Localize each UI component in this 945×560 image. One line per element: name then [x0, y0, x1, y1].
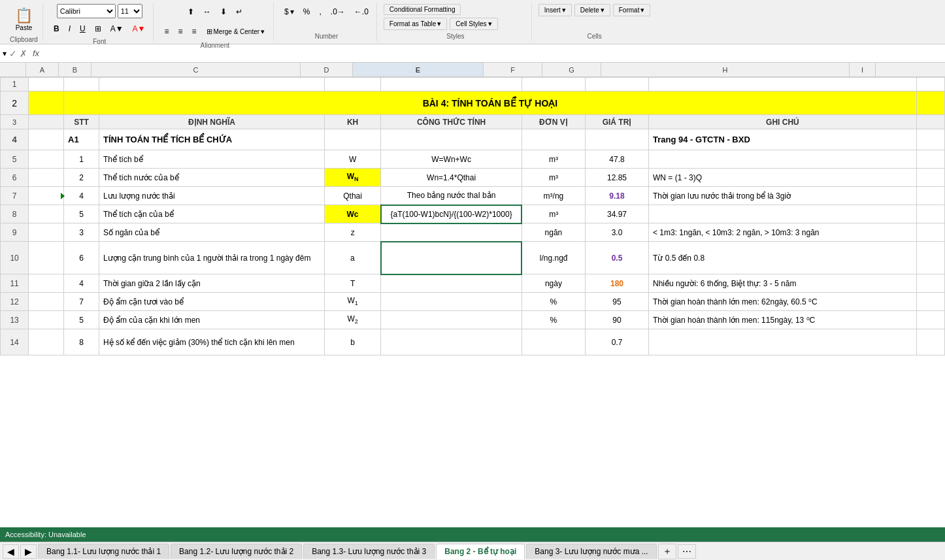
cell-8A[interactable]: [29, 205, 64, 223]
sheet-tab-3[interactable]: Bang 1.3- Lưu lượng nước thải 3: [303, 544, 435, 559]
sheet-tab-1[interactable]: Bang 1.1- Lưu lượng nước thải 1: [38, 544, 169, 559]
dollar-button[interactable]: $▾: [280, 4, 298, 20]
cell-1F[interactable]: [522, 78, 585, 91]
cell-congThuc-5-active[interactable]: {aT(100-W1)bcN}/{(100-W2)*1000}: [381, 205, 522, 223]
cell-1I[interactable]: [916, 78, 944, 91]
italic-button[interactable]: I: [65, 21, 75, 37]
tab-scroll-right[interactable]: ▶: [20, 544, 37, 559]
increase-decimal-button[interactable]: .0→: [327, 4, 349, 20]
font-color-button[interactable]: A▼: [129, 21, 150, 37]
cell-congThuc-6-active[interactable]: [381, 242, 522, 274]
cell-congThuc-5b[interactable]: [381, 311, 522, 329]
align-middle-button[interactable]: ↔: [199, 4, 215, 20]
cell-2I[interactable]: [916, 91, 944, 115]
col-header-B[interactable]: B: [59, 63, 91, 76]
cell-9I[interactable]: [916, 223, 944, 242]
cell-dinhNghia-7: Độ ẩm cặn tươi vào bể: [99, 293, 324, 311]
sheet-tab-4[interactable]: Bang 2 - Bể tự hoại: [436, 544, 525, 559]
cell-7I[interactable]: [916, 187, 944, 205]
title-cell[interactable]: BÀI 4: TÍNH TOÁN BỂ TỰ HOẠI: [64, 91, 917, 115]
formula-input[interactable]: [44, 48, 942, 59]
percent-button[interactable]: %: [299, 4, 314, 20]
cell-13A[interactable]: [29, 311, 64, 329]
insert-button[interactable]: Insert ▾: [539, 4, 572, 16]
underline-button[interactable]: U: [76, 21, 90, 37]
cell-congThuc-7[interactable]: [381, 293, 522, 311]
check-button[interactable]: ✓: [9, 48, 17, 59]
cell-3I[interactable]: [916, 115, 944, 129]
cell-1C[interactable]: [99, 78, 324, 91]
format-as-table-button[interactable]: Format as Table ▾: [384, 18, 448, 30]
tab-scroll-left[interactable]: ◀: [3, 544, 19, 559]
bold-button[interactable]: B: [50, 21, 63, 37]
col-header-A[interactable]: A: [26, 63, 59, 76]
decrease-decimal-button[interactable]: ←.0: [350, 4, 373, 20]
sheet-tab-2[interactable]: Bang 1.2- Lưu lượng nước thải 2: [171, 544, 302, 559]
cell-1H[interactable]: [649, 78, 917, 91]
cell-8I[interactable]: [916, 205, 944, 223]
font-size-select[interactable]: 11: [118, 4, 142, 18]
sheet-tab-5[interactable]: Bang 3- Lưu lượng nước mưa ...: [526, 544, 656, 559]
align-top-button[interactable]: ⬆: [184, 4, 198, 20]
cell-10I[interactable]: [916, 242, 944, 274]
col-header-G[interactable]: G: [542, 63, 601, 76]
cancel-button[interactable]: ✗: [20, 48, 27, 59]
cell-1B[interactable]: [64, 78, 99, 91]
expand-button[interactable]: ▾: [3, 49, 7, 58]
cell-4D[interactable]: [325, 129, 381, 150]
data-row-11: 11 4 Thời gian giữa 2 lần lấy cặn T ngày…: [1, 274, 945, 293]
cell-14I[interactable]: [916, 329, 944, 355]
cell-5I[interactable]: [916, 150, 944, 169]
align-right-button[interactable]: ≡: [188, 24, 201, 39]
cell-1A[interactable]: [29, 78, 64, 91]
col-header-E[interactable]: E: [353, 63, 484, 76]
align-center-button[interactable]: ≡: [174, 24, 186, 39]
cell-congThuc-3[interactable]: [381, 223, 522, 242]
sheet-options-button[interactable]: ⋯: [678, 544, 696, 559]
align-bottom-button[interactable]: ⬇: [216, 4, 231, 20]
delete-button[interactable]: Delete ▾: [574, 4, 610, 16]
cell-4A[interactable]: [29, 129, 64, 150]
cell-1D[interactable]: [325, 78, 381, 91]
cell-3A[interactable]: [29, 115, 64, 129]
cell-6A[interactable]: [29, 169, 64, 187]
cell-6I[interactable]: [916, 169, 944, 187]
col-header-I[interactable]: I: [850, 63, 876, 76]
cell-11A[interactable]: [29, 274, 64, 293]
font-name-select[interactable]: Calibri: [57, 4, 116, 18]
cell-10A[interactable]: [29, 242, 64, 274]
col-header-H[interactable]: H: [601, 63, 850, 76]
cell-9A[interactable]: [29, 223, 64, 242]
cell-14A[interactable]: [29, 329, 64, 355]
paste-button[interactable]: 📋 Paste: [9, 4, 39, 35]
cell-4E[interactable]: [381, 129, 522, 150]
conditional-formatting-button[interactable]: Conditional Formatting: [384, 4, 461, 15]
cell-congThuc-8[interactable]: [381, 329, 522, 355]
cell-4I[interactable]: [916, 129, 944, 150]
add-sheet-button[interactable]: ＋: [658, 544, 676, 559]
cell-4G[interactable]: [585, 129, 648, 150]
merge-center-button[interactable]: ⊞ Merge & Center ▾: [202, 22, 270, 41]
comma-button[interactable]: ,: [315, 4, 325, 20]
cell-7A[interactable]: [29, 187, 64, 205]
cell-1G[interactable]: [585, 78, 648, 91]
format-button[interactable]: Format ▾: [613, 4, 651, 16]
wrap-text-button[interactable]: ↵: [232, 4, 246, 20]
col-header-D[interactable]: D: [301, 63, 353, 76]
cell-styles-button[interactable]: Cell Styles ▾: [450, 18, 497, 30]
cell-1E[interactable]: [381, 78, 522, 91]
fill-color-button[interactable]: A▼: [107, 21, 127, 37]
cell-12I[interactable]: [916, 293, 944, 311]
cell-11I[interactable]: [916, 274, 944, 293]
cell-congThuc-4b[interactable]: [381, 274, 522, 293]
align-left-button[interactable]: ≡: [160, 24, 173, 39]
cell-12A[interactable]: [29, 293, 64, 311]
cell-13I[interactable]: [916, 311, 944, 329]
cell-2A[interactable]: [29, 91, 64, 115]
cell-5A[interactable]: [29, 150, 64, 169]
header-cong-thuc: CÔNG THỨC TÍNH: [381, 115, 522, 129]
col-header-C[interactable]: C: [91, 63, 301, 76]
cell-4F[interactable]: [522, 129, 585, 150]
border-button[interactable]: ⊞: [91, 21, 105, 37]
col-header-F[interactable]: F: [484, 63, 542, 76]
